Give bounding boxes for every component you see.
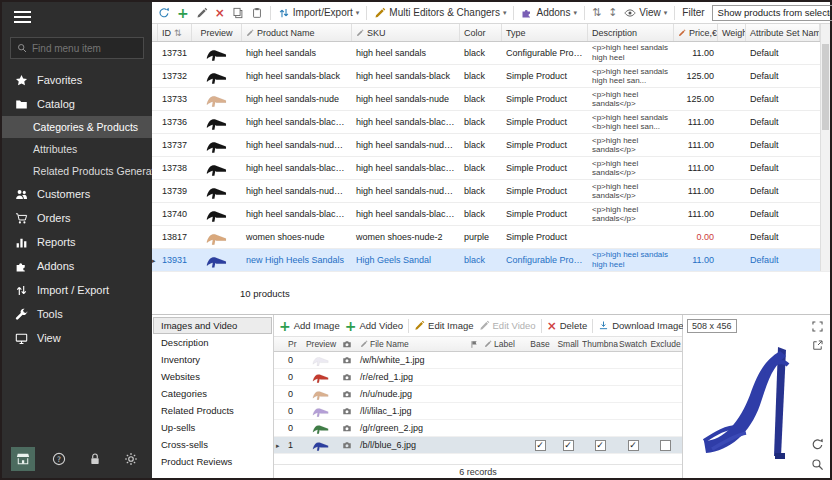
product-thumbnail	[204, 207, 230, 222]
sidebar-item[interactable]: Related Products Generator	[2, 160, 152, 182]
detail-tab[interactable]: Up-sells	[153, 419, 272, 436]
product-row[interactable]: ▸ 13733 high heel sandals-nude high heel…	[152, 88, 830, 111]
detail-tab[interactable]: Cross-sells	[153, 436, 272, 453]
scrollbar-thumb[interactable]	[822, 44, 829, 130]
refresh-button[interactable]	[158, 7, 170, 19]
product-row[interactable]: ▸ 13739 high heel sandals-nude-37 high h…	[152, 180, 830, 203]
column-header-exclude[interactable]: Exclude	[648, 337, 683, 351]
lock-button[interactable]	[83, 447, 107, 471]
detail-tab[interactable]: Images and Video	[153, 317, 272, 334]
column-header-preview[interactable]: Preview	[192, 24, 242, 41]
filter-mode-select[interactable]: Show products from selected categories▾	[712, 5, 832, 21]
zoom-button[interactable]	[811, 458, 825, 472]
sidebar-item[interactable]: Favorites	[2, 68, 152, 92]
delete-image-button[interactable]: ×Delete	[547, 320, 588, 332]
column-header-color[interactable]: Color	[460, 24, 502, 41]
column-header-thumbnail[interactable]: Thumbna	[582, 337, 618, 351]
image-row[interactable]: ▸ 0 /w/h/white_1.jpg	[274, 352, 682, 369]
image-position: 0	[284, 389, 304, 399]
column-header-image-preview[interactable]: Preview	[304, 337, 338, 351]
edit-video-button[interactable]: Edit Video	[479, 320, 536, 331]
hamburger-menu-button[interactable]	[2, 2, 152, 35]
expand-rows-button[interactable]: ↕	[608, 7, 617, 18]
column-header-type[interactable]: Type	[502, 24, 588, 41]
rotate-button[interactable]	[811, 438, 825, 452]
sidebar-item[interactable]: Reports	[2, 230, 152, 254]
swatch-checkbox[interactable]	[628, 440, 639, 451]
column-header-sku[interactable]: SKU	[352, 24, 460, 41]
copy-button[interactable]	[232, 7, 244, 19]
sidebar-item[interactable]: View	[2, 326, 152, 350]
edit-image-button[interactable]: Edit Image	[414, 320, 473, 331]
product-row[interactable]: ▸ 13731 high heel sandals high heel sand…	[152, 42, 830, 65]
sidebar-item[interactable]: Tools	[2, 302, 152, 326]
product-row[interactable]: ▸ 13732 high heel sandals-black high hee…	[152, 65, 830, 88]
product-type: Simple Product	[502, 209, 588, 219]
image-row[interactable]: ▸ 1 /b/l/blue_6.jpg	[274, 437, 682, 454]
add-product-button[interactable]: +	[177, 6, 189, 20]
settings-button[interactable]	[119, 447, 143, 471]
image-row[interactable]: ▸ 0 /l/i/lilac_1.jpg	[274, 403, 682, 420]
import-export-menu[interactable]: Import/Export▾	[278, 7, 360, 19]
column-header-name[interactable]: Product Name	[242, 24, 352, 41]
detail-tab[interactable]: Inventory	[153, 351, 272, 368]
open-external-button[interactable]	[811, 339, 825, 353]
detail-tab[interactable]: Related Products	[153, 402, 272, 419]
sidebar-item[interactable]: Addons	[2, 254, 152, 278]
sidebar-item[interactable]: Import / Export	[2, 278, 152, 302]
detail-tab[interactable]: Description	[153, 334, 272, 351]
base-checkbox[interactable]	[535, 440, 546, 451]
detail-tab[interactable]: Websites	[153, 368, 272, 385]
addons-menu[interactable]: Addons▾	[521, 7, 576, 19]
exclude-checkbox[interactable]	[660, 440, 671, 451]
image-row[interactable]: ▸ 0 /r/e/red_1.jpg	[274, 369, 682, 386]
product-row[interactable]: ▸ 13931 new High Heels Sandals High Geel…	[152, 249, 830, 272]
image-row[interactable]: ▸ 0 /n/u/nude.jpg	[274, 386, 682, 403]
grid-scrollbar[interactable]	[820, 24, 830, 271]
column-header-id[interactable]: ID⇅	[158, 24, 192, 41]
detail-tab[interactable]: Product Reviews	[153, 453, 272, 470]
view-menu[interactable]: View▾	[624, 7, 667, 19]
image-row[interactable]: ▸ 0 /g/r/green_2.jpg	[274, 420, 682, 437]
product-id: 13736	[158, 117, 192, 127]
multi-editors-menu[interactable]: Multi Editors & Changers▾	[374, 7, 506, 19]
column-header-price[interactable]: Price,€	[674, 24, 718, 41]
menu-search-input[interactable]	[32, 43, 137, 54]
detail-tab[interactable]: Categories	[153, 385, 272, 402]
store-button[interactable]	[11, 447, 35, 471]
sidebar-item[interactable]: Orders	[2, 206, 152, 230]
download-image-button[interactable]: Download Image	[598, 320, 683, 331]
help-button[interactable]	[47, 447, 71, 471]
product-row[interactable]: ▸ 13817 women shoes-nude women shoes-nud…	[152, 226, 830, 249]
detail-tab-label: Categories	[161, 388, 207, 399]
column-header-swatch[interactable]: Swatch	[618, 337, 648, 351]
column-header-file-name[interactable]: File Name	[356, 337, 468, 351]
sort-button[interactable]: ⇅	[592, 7, 601, 18]
column-header-small[interactable]: Small	[554, 337, 582, 351]
column-header-attribute-set[interactable]: Attribute Set Name	[746, 24, 820, 41]
product-sku: high heel sandals-black	[352, 71, 460, 81]
add-image-button[interactable]: +Add Image	[279, 319, 340, 333]
add-video-button[interactable]: +Add Video	[345, 319, 403, 333]
product-row[interactable]: ▸ 13740 high heel sandals-black-38 high …	[152, 203, 830, 226]
paste-button[interactable]	[251, 7, 263, 19]
fullscreen-button[interactable]	[811, 320, 825, 334]
product-row[interactable]: ▸ 13737 high heel sandals-nude-36 high h…	[152, 134, 830, 157]
product-row[interactable]: ▸ 13736 high heel sandals-black-36 high …	[152, 111, 830, 134]
column-header-camera[interactable]	[338, 337, 356, 351]
small-checkbox[interactable]	[563, 440, 574, 451]
column-header-weight[interactable]: Weight	[718, 24, 746, 41]
column-header-label[interactable]: Label	[480, 337, 526, 351]
sidebar-item[interactable]: Categories & Products	[2, 116, 152, 138]
edit-product-button[interactable]	[196, 7, 208, 19]
sidebar-item[interactable]: Catalog	[2, 92, 152, 116]
sidebar-item[interactable]: Customers	[2, 182, 152, 206]
column-header-position[interactable]: Pr	[284, 337, 304, 351]
product-row[interactable]: ▸ 13738 high heel sandals-black-37 high …	[152, 157, 830, 180]
column-header-description[interactable]: Description	[588, 24, 674, 41]
column-header-flag[interactable]	[468, 337, 480, 351]
thumbnail-checkbox[interactable]	[595, 440, 606, 451]
sidebar-item[interactable]: Attributes	[2, 138, 152, 160]
delete-product-button[interactable]: ×	[215, 7, 225, 19]
column-header-base[interactable]: Base	[526, 337, 554, 351]
